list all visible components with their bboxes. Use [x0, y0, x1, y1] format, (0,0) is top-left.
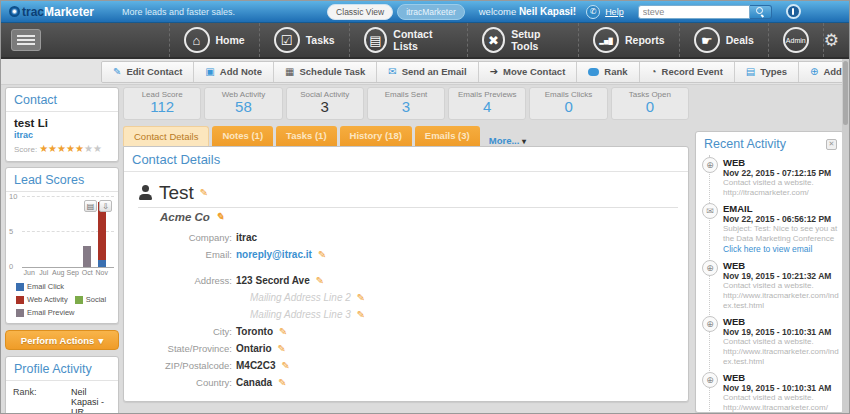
activity-date: Nov 19, 2015 - 10:10:31 AM	[723, 383, 839, 393]
activity-entry-body: WEBNov 19, 2015 - 10:10:31 AMContact vis…	[723, 316, 839, 367]
nav-item-deals[interactable]: ☛Deals	[679, 23, 768, 57]
field-value[interactable]: noreply@itrac.it	[236, 249, 312, 260]
logo-mark-icon	[9, 6, 20, 17]
contact-lists-icon: ▤	[364, 27, 388, 53]
toolbar-button-rank[interactable]: Rank	[577, 62, 639, 82]
activity-text: Contact visited a website.	[723, 281, 839, 291]
nav-item-reports[interactable]: ▂▅█Reports	[578, 23, 679, 57]
tagline: More leads and faster sales.	[122, 7, 235, 17]
toolbar-button-edit-contact[interactable]: ✎Edit Contact	[102, 62, 194, 82]
recent-close-icon[interactable]: ✕	[826, 139, 837, 150]
edit-pencil-icon[interactable]: ✎	[281, 360, 289, 371]
tab-emails-3[interactable]: Emails (3)	[415, 126, 480, 146]
activity-text: http://www.itracmarketer.com/index.test.…	[723, 291, 839, 311]
activity-type: WEB	[723, 372, 839, 383]
toolbar-button-label: Edit Contact	[126, 66, 182, 77]
activity-text: http://www.itracmarketer.com/	[723, 403, 839, 413]
edit-pencil-icon[interactable]: ✎	[357, 292, 365, 303]
toolbar-button-send-an-email[interactable]: ✉Send an Email	[377, 62, 478, 82]
chart-x-label: Jul	[37, 269, 52, 276]
toolbar-button-label: Send an Email	[402, 66, 467, 77]
activity-entry: ⊕WEBNov 19, 2015 - 10:21:32 AMContact vi…	[702, 260, 839, 311]
search-input[interactable]	[638, 5, 750, 19]
chevron-down-icon: ▾	[522, 137, 526, 146]
reports-icon: ▂▅█	[593, 27, 619, 53]
itracmarketer-view-button[interactable]: itracMarketer	[397, 4, 465, 20]
chart-download-icon[interactable]: ⇩	[99, 200, 112, 212]
edit-pencil-icon[interactable]: ✎	[279, 326, 287, 337]
recent-activity-panel: Recent Activity ✕ ⊕WEBNov 22, 2015 - 07:…	[695, 131, 844, 413]
stat-lead-score: Lead Score112	[123, 87, 201, 120]
classic-view-button[interactable]: Classic View	[327, 4, 393, 20]
tab-contact-details[interactable]: Contact Details	[123, 126, 209, 146]
toolbar-button-schedule-task[interactable]: ▦Schedule Task	[274, 62, 377, 82]
itracmarketer-logo: tracMarketer	[9, 5, 94, 19]
toolbar-button-types[interactable]: ▤Types	[735, 62, 799, 82]
activity-entry-body: EMAILNov 22, 2015 - 06:56:12 PMSubject: …	[723, 203, 839, 255]
field-row-country: Country:Canada✎	[144, 374, 688, 391]
tasks-icon: ☑	[274, 27, 300, 53]
contact-company-link[interactable]: itrac	[14, 130, 110, 140]
legend-web-activity: Web Activity	[16, 295, 68, 304]
email-preview-swatch	[16, 309, 24, 317]
nav-item-setup-tools[interactable]: ✖Setup Tools	[467, 23, 578, 57]
phone-support-icon[interactable]: ✆	[586, 5, 600, 19]
profile-row-rank: Rank:Neil Kapasi - UR	[13, 387, 111, 414]
profile-activity-panel: Profile Activity Rank:Neil Kapasi - URDu…	[5, 356, 119, 414]
toolbar-button-label: Types	[760, 66, 787, 77]
edit-company-pencil-icon[interactable]: ✎	[216, 211, 224, 222]
scrollbar-thumb[interactable]	[843, 61, 848, 125]
activity-text: Contact visited a website.	[723, 393, 839, 403]
bar-nov-email-click	[98, 260, 106, 267]
send-email-icon: ✉	[388, 67, 396, 77]
logout-power-button[interactable]	[786, 4, 801, 19]
nav-item-label: Reports	[625, 34, 665, 46]
field-label: Country:	[144, 377, 232, 388]
search-icon	[756, 7, 765, 16]
field-value: M4C2C3	[236, 360, 275, 371]
toolbar-button-move-contact[interactable]: ➔Move Contact	[479, 62, 578, 82]
tab-tasks-1[interactable]: Tasks (1)	[276, 126, 336, 146]
edit-pencil-icon[interactable]: ✎	[318, 249, 326, 260]
contact-panel-title: Contact	[6, 88, 118, 112]
globe-icon: ⊕	[702, 157, 718, 173]
legend-label: Email Click	[27, 282, 64, 291]
edit-pencil-icon[interactable]: ✎	[278, 343, 286, 354]
edit-pencil-icon[interactable]: ✎	[278, 377, 286, 388]
activity-text: Contact visited a website.	[723, 337, 839, 347]
more-tabs-link[interactable]: More... ▾	[489, 135, 526, 146]
profile-row-label: Rank:	[13, 387, 71, 414]
hamburger-menu-button[interactable]	[11, 29, 41, 51]
toolbar-button-add-note[interactable]: ▣Add Note	[194, 62, 274, 82]
edit-name-pencil-icon[interactable]: ✎	[200, 187, 208, 198]
caret-down-icon: ▾	[98, 335, 103, 346]
toolbar-button-label: Record Event	[662, 66, 723, 77]
score-label: Score:	[14, 145, 37, 154]
view-email-link[interactable]: Click here to view email	[723, 244, 839, 255]
nav-item-tasks[interactable]: ☑Tasks	[259, 23, 349, 57]
toolbar-button-record-event[interactable]: ◔Record Event	[640, 62, 735, 82]
edit-pencil-icon[interactable]: ✎	[316, 275, 324, 286]
nav-item-admin[interactable]: Admin	[768, 23, 824, 57]
tab-notes-1[interactable]: Notes (1)	[212, 126, 273, 146]
nav-item-home[interactable]: ⌂Home	[169, 23, 259, 57]
field-row-address: Address:123 Secord Ave✎	[144, 272, 688, 289]
app-window: tracMarketer More leads and faster sales…	[0, 0, 850, 414]
legend-email-click: Email Click	[16, 282, 64, 291]
tab-bar: Contact Details Notes (1)Tasks (1)Histor…	[123, 126, 689, 146]
star-icon: ★	[57, 143, 66, 154]
nav-settings-gear-icon[interactable]: ⚙	[824, 30, 839, 51]
activity-date: Nov 22, 2015 - 06:56:12 PM	[723, 214, 839, 224]
field-value: Mailing Address Line 3	[236, 309, 351, 320]
search-button[interactable]	[750, 5, 772, 19]
nav-item-contact-lists[interactable]: ▤Contact Lists	[349, 23, 467, 57]
tab-history-18[interactable]: History (18)	[340, 126, 412, 146]
chart-legend: Email ClickWeb ActivitySocialEmail Previ…	[6, 278, 118, 323]
activity-type: EMAIL	[723, 203, 839, 214]
legend-label: Email Preview	[27, 308, 75, 317]
chart-print-icon[interactable]: ▤	[84, 200, 97, 212]
help-link[interactable]: Help	[605, 7, 624, 17]
edit-pencil-icon[interactable]: ✎	[357, 309, 365, 320]
perform-actions-button[interactable]: Perform Actions ▾	[5, 330, 119, 350]
page-scrollbar[interactable]	[842, 59, 849, 413]
